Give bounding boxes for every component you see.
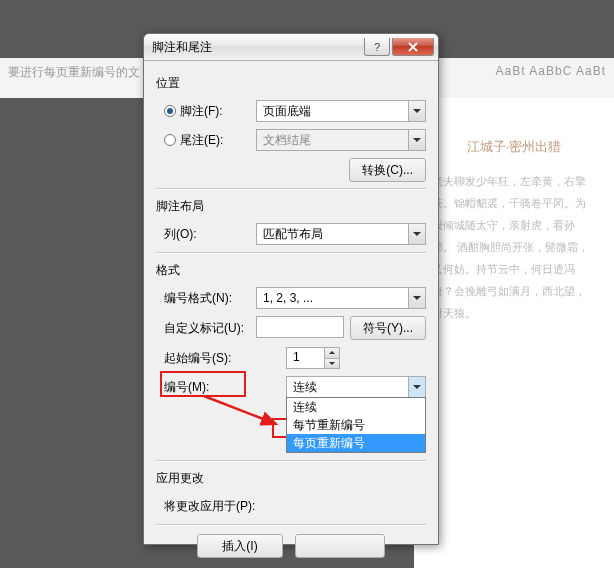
help-button[interactable]: ?: [364, 38, 390, 56]
chevron-down-icon: [408, 130, 425, 150]
background-document: 江城子·密州出猎 老夫聊发少年狂，左牵黄，右擎苍。锦帽貂裘，千骑卷平冈。为报倾城…: [414, 98, 614, 568]
numbering-combo[interactable]: 连续 连续 每节重新编号 每页重新编号: [286, 376, 426, 398]
chevron-down-icon[interactable]: [408, 224, 425, 244]
secondary-button[interactable]: [295, 534, 385, 558]
start-at-value: 1: [287, 348, 324, 368]
chevron-down-icon[interactable]: [408, 101, 425, 121]
footnote-radio[interactable]: [164, 105, 176, 117]
endnote-location-combo: 文档结尾: [256, 129, 426, 151]
footnote-location-combo[interactable]: 页面底端: [256, 100, 426, 122]
dialog-title: 脚注和尾注: [152, 39, 212, 56]
numbering-dropdown: 连续 每节重新编号 每页重新编号: [286, 397, 426, 453]
footnote-endnote-dialog: 脚注和尾注 ? 位置 脚注(F): 页面底端: [143, 33, 439, 545]
chevron-down-icon[interactable]: [408, 377, 425, 397]
bg-text-right: AaBt AaBbC AaBt: [496, 64, 606, 92]
close-icon: [408, 42, 418, 52]
insert-button[interactable]: 插入(I): [197, 534, 282, 558]
spinner-down[interactable]: [325, 359, 339, 369]
bg-text-left: 要进行每页重新编号的文: [8, 64, 140, 92]
doc-body: 老夫聊发少年狂，左牵黄，右擎苍。锦帽貂裘，千骑卷平冈。为报倾城随太守，亲射虎，看…: [432, 170, 596, 324]
divider: [156, 524, 426, 526]
divider: [156, 252, 426, 254]
columns-label: 列(O):: [164, 226, 197, 243]
footnote-label: 脚注(F):: [180, 103, 223, 120]
doc-title: 江城子·密州出猎: [432, 138, 596, 156]
endnote-radio[interactable]: [164, 134, 176, 146]
divider: [156, 188, 426, 190]
start-at-label: 起始编号(S):: [164, 350, 231, 367]
spinner-up[interactable]: [325, 348, 339, 359]
number-format-value: 1, 2, 3, ...: [257, 288, 408, 308]
numbering-option-restart-section[interactable]: 每节重新编号: [287, 416, 425, 434]
section-footnote-layout: 脚注布局: [156, 198, 426, 215]
numbering-option-continuous[interactable]: 连续: [287, 398, 425, 416]
start-at-spinner[interactable]: 1: [286, 347, 340, 369]
custom-mark-input[interactable]: [256, 316, 344, 338]
section-apply-changes: 应用更改: [156, 470, 426, 487]
dialog-titlebar: 脚注和尾注 ?: [144, 34, 438, 61]
endnote-location-value: 文档结尾: [257, 130, 408, 150]
convert-button[interactable]: 转换(C)...: [349, 158, 426, 182]
custom-mark-label: 自定义标记(U):: [164, 320, 244, 337]
close-button[interactable]: [392, 38, 434, 56]
numbering-option-restart-page[interactable]: 每页重新编号: [287, 434, 425, 452]
symbol-button[interactable]: 符号(Y)...: [350, 316, 426, 340]
section-format: 格式: [156, 262, 426, 279]
chevron-down-icon[interactable]: [408, 288, 425, 308]
columns-value: 匹配节布局: [257, 224, 408, 244]
section-position: 位置: [156, 75, 426, 92]
footnote-location-value: 页面底端: [257, 101, 408, 121]
number-format-label: 编号格式(N):: [164, 290, 232, 307]
number-format-combo[interactable]: 1, 2, 3, ...: [256, 287, 426, 309]
numbering-label: 编号(M):: [164, 379, 209, 396]
endnote-label: 尾注(E):: [180, 132, 223, 149]
columns-combo[interactable]: 匹配节布局: [256, 223, 426, 245]
divider: [156, 460, 426, 462]
numbering-value: 连续: [287, 377, 408, 397]
apply-to-label: 将更改应用于(P):: [164, 498, 255, 515]
